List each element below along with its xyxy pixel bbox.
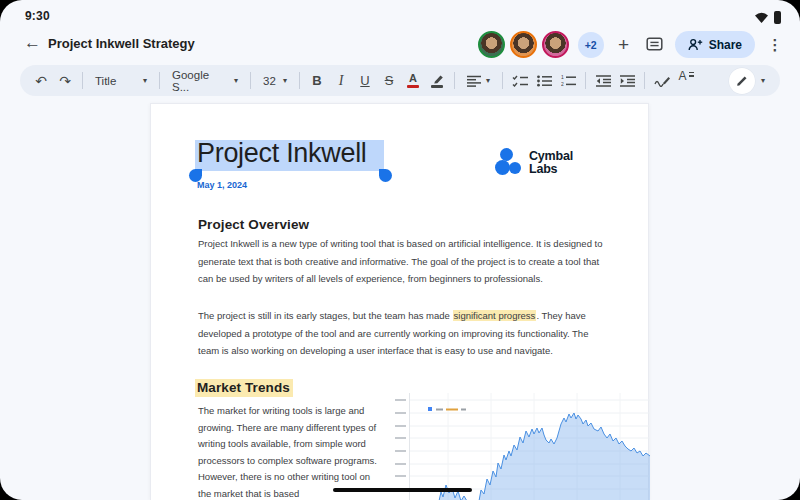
toolbar-divider bbox=[250, 72, 251, 89]
status-time: 9:30 bbox=[25, 9, 50, 23]
section-heading-overview[interactable]: Project Overview bbox=[198, 217, 309, 232]
share-button[interactable]: Share bbox=[675, 31, 755, 58]
toolbar-divider bbox=[82, 72, 83, 89]
battery-icon bbox=[774, 11, 781, 24]
chevron-down-icon: ▾ bbox=[234, 77, 238, 85]
scribble-pen-icon[interactable] bbox=[650, 69, 674, 93]
add-icon[interactable]: + bbox=[613, 32, 635, 58]
formatting-toolbar: ↶ ↷ Title ▾ Google S... ▾ 32 ▾ B I U S A bbox=[20, 65, 780, 96]
document-title-appbar[interactable]: Project Inkwell Strategy bbox=[48, 36, 195, 51]
align-left-icon bbox=[467, 75, 481, 87]
indent-button[interactable] bbox=[615, 69, 639, 93]
collaborator-avatars bbox=[478, 31, 569, 58]
strikethrough-button[interactable]: S bbox=[377, 69, 401, 93]
paragraph-market[interactable]: The market for writing tools is large an… bbox=[198, 403, 378, 500]
bold-button[interactable]: B bbox=[305, 69, 329, 93]
logo-line2: Labs bbox=[529, 163, 573, 176]
svg-text:2: 2 bbox=[561, 81, 564, 87]
edit-mode-chevron-icon[interactable]: ▾ bbox=[755, 69, 771, 93]
highlight-color-bar bbox=[431, 85, 443, 88]
share-label: Share bbox=[709, 38, 742, 52]
document-page[interactable]: Project Inkwell May 1, 2024 Cymbal Labs … bbox=[150, 103, 649, 500]
collaborator-overflow-badge[interactable]: +2 bbox=[578, 32, 604, 58]
avatar[interactable] bbox=[542, 31, 569, 58]
highlighter-icon bbox=[431, 74, 444, 84]
numbered-list-button[interactable]: 1 2 bbox=[556, 69, 580, 93]
person-add-icon bbox=[688, 38, 703, 51]
avatar[interactable] bbox=[510, 31, 537, 58]
logo-circles-icon bbox=[492, 148, 522, 176]
toolbar-divider bbox=[502, 72, 503, 89]
font-family-dropdown[interactable]: Google S... ▾ bbox=[165, 69, 245, 93]
bulleted-list-button[interactable] bbox=[532, 69, 556, 93]
market-chart-svg[interactable] bbox=[393, 393, 650, 500]
highlight-color-button[interactable] bbox=[425, 69, 449, 93]
toolbar-divider bbox=[644, 72, 645, 89]
toolbar-divider bbox=[159, 72, 160, 89]
font-size-dropdown[interactable]: 32 ▾ bbox=[256, 75, 294, 87]
back-button[interactable]: ← bbox=[24, 33, 41, 53]
chevron-down-icon: ▾ bbox=[283, 77, 287, 85]
paragraph-overview-1[interactable]: Project Inkwell is a new type of writing… bbox=[198, 235, 612, 288]
format-options-icon[interactable]: A bbox=[674, 69, 698, 93]
paragraph-style-dropdown[interactable]: Title ▾ bbox=[88, 75, 154, 87]
comment-icon[interactable] bbox=[644, 32, 666, 58]
cymbal-labs-logo: Cymbal Labs bbox=[492, 148, 573, 176]
chevron-down-icon: ▾ bbox=[143, 77, 147, 85]
paragraph-overview-2[interactable]: The project is still in its early stages… bbox=[198, 307, 612, 360]
align-dropdown[interactable]: ▾ bbox=[460, 75, 497, 87]
text-color-bar bbox=[407, 85, 419, 88]
highlighted-text: significant progress bbox=[453, 310, 537, 321]
document-date[interactable]: May 1, 2024 bbox=[197, 180, 247, 190]
svg-text:1: 1 bbox=[561, 75, 564, 80]
highlighted-heading: Market Trends bbox=[195, 379, 293, 397]
app-bar: ← Project Inkwell Strategy +2 + bbox=[0, 28, 800, 62]
toolbar-divider bbox=[454, 72, 455, 89]
toolbar-divider bbox=[299, 72, 300, 89]
section-heading-market[interactable]: Market Trends bbox=[195, 380, 293, 395]
outdent-button[interactable] bbox=[591, 69, 615, 93]
paragraph-text: The project is still in its early stages… bbox=[198, 310, 453, 321]
undo-icon[interactable]: ↶ bbox=[29, 69, 53, 93]
italic-button[interactable]: I bbox=[329, 69, 353, 93]
gesture-navigation-bar[interactable] bbox=[333, 488, 472, 492]
selection-handle-end[interactable] bbox=[379, 169, 392, 182]
underline-button[interactable]: U bbox=[353, 69, 377, 93]
edit-mode-button[interactable] bbox=[729, 68, 755, 94]
toolbar-divider bbox=[585, 72, 586, 89]
overflow-menu-icon[interactable]: ⋮ bbox=[764, 32, 786, 58]
pencil-icon bbox=[736, 74, 749, 87]
text-color-button[interactable]: A bbox=[401, 69, 425, 93]
status-icons bbox=[754, 11, 781, 24]
tablet-screen: 9:30 ← Project Inkwell Strategy +2 + bbox=[0, 0, 800, 500]
avatar[interactable] bbox=[478, 31, 505, 58]
redo-icon[interactable]: ↷ bbox=[53, 69, 77, 93]
wifi-icon bbox=[754, 11, 769, 24]
document-heading[interactable]: Project Inkwell bbox=[197, 138, 367, 169]
chevron-down-icon: ▾ bbox=[486, 77, 490, 85]
checklist-button[interactable] bbox=[508, 69, 532, 93]
